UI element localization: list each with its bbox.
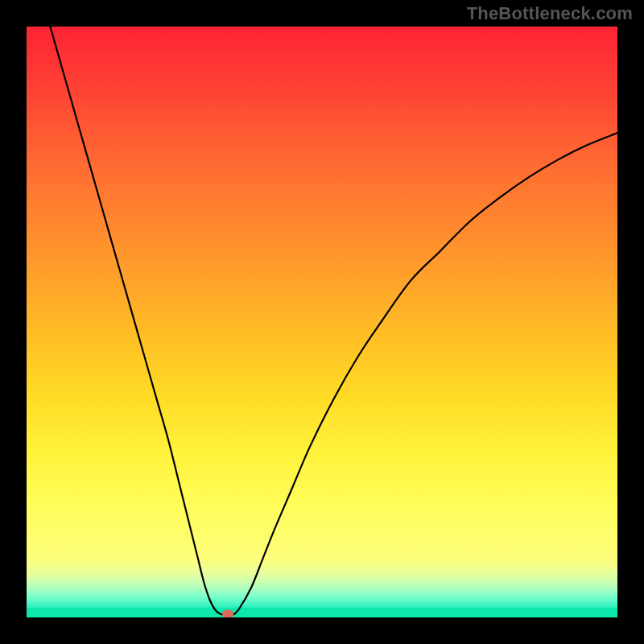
gradient-background <box>27 27 617 617</box>
min-marker <box>222 610 233 617</box>
gradient-top <box>27 27 617 558</box>
gradient-bottom <box>27 608 617 617</box>
gradient-band <box>27 558 617 608</box>
plot-area <box>27 27 617 617</box>
chart-frame: TheBottleneck.com <box>0 0 644 644</box>
watermark-label: TheBottleneck.com <box>467 3 633 24</box>
